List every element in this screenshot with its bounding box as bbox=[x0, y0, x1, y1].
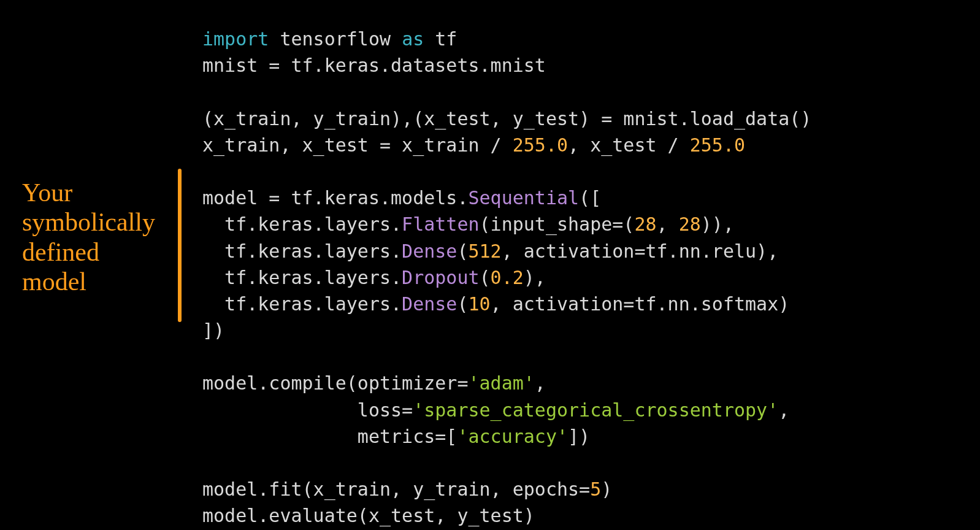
code-token: , bbox=[778, 399, 789, 421]
code-token: ([ bbox=[579, 187, 601, 209]
code-token: , x_test / bbox=[568, 134, 690, 156]
annotation-bracket bbox=[178, 169, 182, 322]
code-token: model.compile(optimizer= bbox=[202, 372, 468, 394]
code-token: metrics=[ bbox=[202, 426, 457, 447]
code-token: ]) bbox=[202, 320, 224, 341]
code-token: (input_shape=( bbox=[480, 213, 635, 235]
code-token: (x_train, y_train),(x_test, y_test) = mn… bbox=[202, 108, 811, 129]
annotation-line: symbolically bbox=[22, 208, 155, 236]
slide: { "colors": { "default": "#d9d9d9", "key… bbox=[0, 0, 980, 530]
code-token: Flatten bbox=[402, 213, 479, 235]
code-token: 28 bbox=[634, 213, 656, 235]
code-token: )), bbox=[701, 213, 734, 235]
code-token: 255.0 bbox=[690, 134, 745, 156]
code-token: ( bbox=[457, 240, 468, 262]
code-token: 512 bbox=[468, 240, 501, 262]
code-token: ]) bbox=[568, 426, 590, 447]
code-token: model.evaluate(x_test, y_test) bbox=[202, 505, 535, 526]
code-token: , bbox=[657, 213, 679, 235]
code-token: ) bbox=[601, 478, 612, 500]
code-token: Dropout bbox=[402, 267, 479, 288]
code-token: 0.2 bbox=[491, 267, 524, 288]
code-token: 28 bbox=[679, 213, 701, 235]
code-token: , activation=tf.nn.softmax) bbox=[491, 293, 790, 315]
code-token: model = tf.keras.models. bbox=[202, 187, 468, 209]
annotation-line: model bbox=[22, 267, 86, 296]
code-token: x_train, x_test = x_train / bbox=[202, 134, 513, 156]
code-token: tf bbox=[424, 28, 457, 50]
code-token: tf.keras.layers. bbox=[202, 293, 402, 315]
code-token: , activation=tf.nn.relu), bbox=[502, 240, 779, 262]
code-token: model.fit(x_train, y_train, epochs= bbox=[202, 478, 590, 500]
code-block: import tensorflow as tf mnist = tf.keras… bbox=[202, 26, 811, 529]
code-token: 'adam' bbox=[468, 372, 534, 394]
code-token: , bbox=[535, 372, 546, 394]
annotation-label: Your symbolically defined model bbox=[22, 178, 157, 296]
code-token: Dense bbox=[402, 240, 457, 262]
code-token: tf.keras.layers. bbox=[202, 213, 402, 235]
code-token: as bbox=[402, 28, 424, 50]
code-token: 10 bbox=[468, 293, 490, 315]
annotation-line: defined bbox=[22, 238, 99, 266]
code-token: ( bbox=[480, 267, 491, 288]
code-token: ), bbox=[524, 267, 546, 288]
code-token: 5 bbox=[590, 478, 601, 500]
code-token: tensorflow bbox=[269, 28, 402, 50]
code-token: import bbox=[202, 28, 269, 50]
code-token: tf.keras.layers. bbox=[202, 240, 402, 262]
code-token: ( bbox=[457, 293, 468, 315]
code-token: 255.0 bbox=[513, 134, 568, 156]
code-token: mnist = tf.keras.datasets.mnist bbox=[202, 55, 546, 76]
code-token: loss= bbox=[202, 399, 413, 421]
code-token: 'sparse_categorical_crossentropy' bbox=[413, 399, 778, 421]
code-token: Dense bbox=[402, 293, 457, 315]
code-token: tf.keras.layers. bbox=[202, 267, 402, 288]
code-token: Sequential bbox=[468, 187, 579, 209]
code-token: 'accuracy' bbox=[457, 426, 568, 447]
annotation-line: Your bbox=[22, 179, 72, 207]
